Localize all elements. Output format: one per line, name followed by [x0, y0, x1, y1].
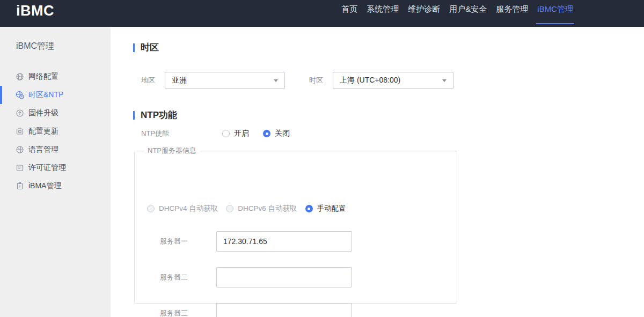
ntp-server-2-input[interactable]	[216, 267, 352, 287]
timezone-select[interactable]: 上海 (UTC+08:00)	[333, 72, 453, 89]
license-icon	[16, 164, 24, 172]
region-select-value: 亚洲	[172, 76, 187, 85]
chevron-down-icon	[274, 79, 278, 82]
timezone-clock-icon	[16, 91, 24, 99]
radio-circle-selected	[263, 130, 270, 137]
ntp-server-1-input[interactable]	[216, 231, 352, 252]
ntp-server-info-group: NTP服务器信息 DHCPv4 自动获取 DHCPv6 自动获取 手动配置 服务…	[134, 146, 457, 304]
sidebar: iBMC管理 网络配置 时区&NTP 固件升级	[0, 27, 111, 317]
sidebar-item-config-update[interactable]: 配置更新	[0, 122, 111, 141]
ntp-enable-row: NTP使能 开启 关闭	[141, 128, 304, 139]
server-row: 服务器一	[160, 231, 352, 252]
ntp-enable-label: NTP使能	[141, 129, 222, 138]
section-title-timezone: 时区	[133, 41, 159, 54]
timezone-form-row: 地区 亚洲 时区 上海 (UTC+08:00)	[141, 72, 453, 89]
radio-option-label: 关闭	[275, 129, 290, 138]
section-accent-bar	[133, 111, 135, 120]
section-title-text: NTP功能	[141, 109, 177, 121]
ibma-clipboard-icon	[16, 182, 24, 190]
upgrade-arrow-icon	[16, 109, 24, 117]
ntp-server-info-legend: NTP服务器信息	[144, 146, 200, 156]
nav-item-maintenance-diagnostics[interactable]: 维护诊断	[408, 0, 440, 27]
language-globe-icon	[16, 145, 24, 154]
sidebar-item-label: 语言管理	[28, 145, 58, 154]
server-3-label: 服务器三	[160, 308, 216, 317]
timezone-label: 时区	[309, 76, 325, 85]
app-header: iBMC 首页 系统管理 维护诊断 用户&安全 服务管理 iBMC管理	[0, 0, 644, 27]
sidebar-item-timezone-ntp[interactable]: 时区&NTP	[0, 86, 111, 104]
sidebar-item-label: iBMA管理	[28, 181, 61, 191]
globe-icon	[16, 72, 24, 81]
sidebar-item-label: 时区&NTP	[28, 90, 63, 100]
sidebar-item-language-management[interactable]: 语言管理	[0, 141, 111, 159]
sidebar-item-ibma-management[interactable]: iBMA管理	[0, 177, 111, 195]
sidebar-item-label: 网络配置	[28, 72, 58, 82]
sidebar-item-label: 配置更新	[28, 127, 58, 136]
region-label: 地区	[141, 76, 157, 85]
ntp-enable-off-option[interactable]: 关闭	[263, 129, 290, 138]
radio-option-label: 开启	[234, 129, 249, 138]
server-2-label: 服务器二	[160, 272, 216, 282]
region-select[interactable]: 亚洲	[165, 72, 285, 89]
section-title-text: 时区	[141, 41, 159, 54]
sidebar-item-license-management[interactable]: 许可证管理	[0, 159, 111, 177]
ntp-enable-on-option[interactable]: 开启	[222, 129, 249, 138]
page-layout: iBMC管理 网络配置 时区&NTP 固件升级	[0, 27, 644, 317]
timezone-select-value: 上海 (UTC+08:00)	[340, 76, 400, 85]
nav-item-service-management[interactable]: 服务管理	[496, 0, 528, 27]
main-content: 时区 地区 亚洲 时区 上海 (UTC+08:00) NTP功能 NTP使能 开…	[111, 27, 644, 317]
radio-option-label: 手动配置	[317, 204, 346, 213]
section-title-ntp: NTP功能	[133, 109, 177, 121]
server-row: 服务器三	[160, 303, 352, 317]
sidebar-item-label: 固件升级	[28, 108, 58, 118]
nav-item-home[interactable]: 首页	[341, 0, 357, 27]
nav-item-system-management[interactable]: 系统管理	[367, 0, 399, 27]
nav-item-ibmc-management[interactable]: iBMC管理	[537, 0, 573, 27]
radio-circle-selected	[305, 205, 313, 212]
config-update-icon	[16, 127, 24, 136]
manual-config-option[interactable]: 手动配置	[305, 204, 346, 213]
dhcpv4-auto-option: DHCPv4 自动获取	[147, 204, 218, 213]
sidebar-item-network-config[interactable]: 网络配置	[0, 68, 111, 86]
app-logo: iBMC	[16, 0, 54, 27]
radio-option-label: DHCPv4 自动获取	[159, 204, 218, 213]
sidebar-item-firmware-upgrade[interactable]: 固件升级	[0, 104, 111, 122]
radio-circle-disabled	[147, 205, 155, 212]
radio-circle	[222, 130, 230, 137]
radio-circle-disabled	[226, 205, 233, 212]
dhcpv6-auto-option: DHCPv6 自动获取	[226, 204, 297, 213]
server-1-label: 服务器一	[160, 237, 216, 246]
ntp-server-3-input[interactable]	[216, 303, 352, 317]
server-row: 服务器二	[160, 267, 352, 287]
ntp-server-mode-row: DHCPv4 自动获取 DHCPv6 自动获取 手动配置	[147, 204, 354, 213]
radio-option-label: DHCPv6 自动获取	[238, 204, 297, 213]
sidebar-item-label: 许可证管理	[28, 163, 66, 173]
chevron-down-icon	[442, 79, 447, 82]
top-nav: 首页 系统管理 维护诊断 用户&安全 服务管理 iBMC管理	[341, 0, 573, 27]
section-accent-bar	[133, 43, 135, 52]
sidebar-title: iBMC管理	[16, 41, 111, 52]
sidebar-menu: 网络配置 时区&NTP 固件升级 配置更新	[0, 68, 111, 195]
nav-item-user-security[interactable]: 用户&安全	[449, 0, 487, 27]
